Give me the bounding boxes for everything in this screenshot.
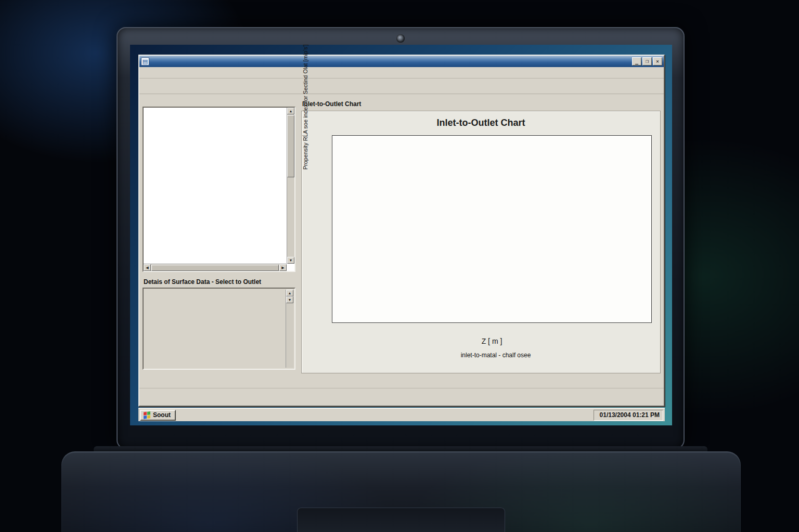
- windows-logo-icon: [144, 411, 150, 419]
- document-tab-strip: [139, 388, 664, 406]
- chart-title: Inlet-to-Outlet Chart: [302, 118, 660, 128]
- legend-label: inlet-to-matal - chalf osee: [461, 352, 531, 359]
- scroll-down-button[interactable]: ▼: [287, 257, 294, 264]
- chart-pane: Inlet-to-Outlet Chart Inlet-to-Outlet Ch…: [299, 95, 663, 388]
- tree-vertical-scrollbar[interactable]: ▲ ▼: [287, 108, 294, 264]
- legend-swatch: [453, 353, 458, 358]
- x-axis-label: Z [ m ]: [332, 337, 651, 345]
- scroll-right-button[interactable]: ▶: [279, 264, 287, 271]
- laptop-deck: [61, 451, 741, 532]
- webcam: [396, 34, 405, 43]
- taskbar: Soout 01/13/2004 01:21 PM: [138, 408, 665, 421]
- left-panel-tabs: [143, 95, 295, 107]
- scroll-thumb[interactable]: [287, 115, 294, 177]
- chart-view-tabs: [301, 374, 661, 388]
- chart-pane-header: Inlet-to-Outlet Chart: [302, 100, 660, 108]
- restore-button[interactable]: ❐: [642, 57, 652, 66]
- details-scrollbar[interactable]: ▲ ▼: [286, 290, 293, 368]
- y-axis-label: Propensity RĹA soe index for Sectind Ola…: [302, 45, 308, 170]
- details-header: Detais of Surface Data - Select to Outle…: [144, 278, 295, 286]
- desktop: ▤ _ ❐ ✕ ▲ ▼ ◀: [130, 45, 672, 425]
- scroll-up-button[interactable]: ▲: [286, 290, 293, 296]
- scroll-left-button[interactable]: ◀: [144, 264, 151, 271]
- left-panel: ▲ ▼ ◀ ▶ Detais of Surface Data - Select …: [140, 95, 297, 388]
- title-bar[interactable]: ▤ _ ❐ ✕: [139, 56, 664, 67]
- minimize-button[interactable]: _: [632, 57, 641, 66]
- touchpad: [297, 508, 505, 532]
- scroll-down-button[interactable]: ▼: [286, 296, 293, 303]
- menu-bar: [139, 67, 664, 79]
- scroll-thumb[interactable]: [151, 265, 279, 271]
- scroll-up-button[interactable]: ▲: [287, 108, 294, 114]
- system-tray: 01/13/2004 01:21 PM: [594, 410, 663, 421]
- details-groupbox: ▲ ▼: [143, 288, 295, 370]
- chart-plot-area: Propensity RĹA soe index for Sectind Ola…: [332, 135, 652, 323]
- close-button[interactable]: ✕: [653, 57, 662, 66]
- tree-horizontal-scrollbar[interactable]: ◀ ▶: [144, 264, 287, 271]
- app-icon: ▤: [141, 57, 149, 66]
- chart-canvas: Inlet-to-Outlet Chart Propensity RĹA soe…: [301, 111, 661, 373]
- start-button-label: Soout: [153, 411, 171, 419]
- taskbar-clock: 01/13/2004 01:21 PM: [600, 411, 660, 419]
- object-tree: ▲ ▼ ◀ ▶: [143, 107, 295, 272]
- start-button[interactable]: Soout: [140, 410, 176, 421]
- toolbar: [139, 79, 664, 94]
- app-window: ▤ _ ❐ ✕ ▲ ▼ ◀: [138, 55, 665, 407]
- chart-legend: inlet-to-matal - chalf osee: [332, 352, 651, 359]
